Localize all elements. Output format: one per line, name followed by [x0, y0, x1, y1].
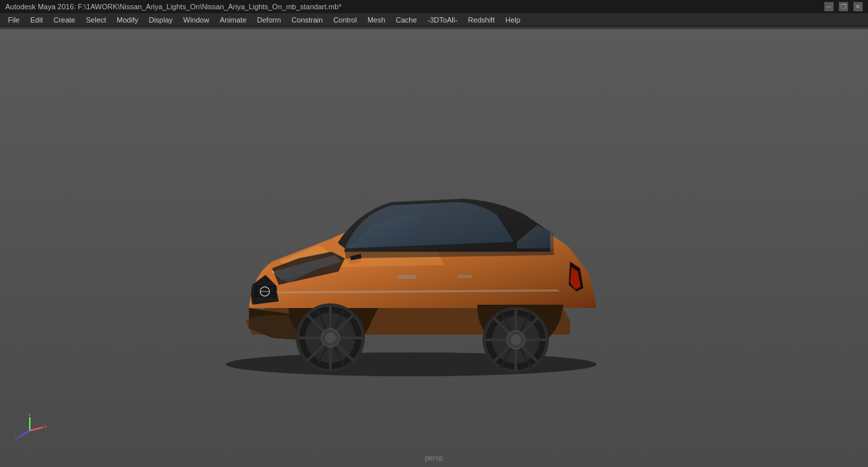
content-row: ↖ ✛ ↻ ⤡ ⊙ ▪ ╱ ◻ M View Shading Lighting … — [0, 82, 868, 467]
menu-create[interactable]: Create — [48, 15, 81, 25]
menu-window[interactable]: Window — [178, 15, 215, 25]
menu-constrain[interactable]: Constrain — [286, 15, 328, 25]
menu-deform[interactable]: Deform — [252, 15, 286, 25]
car-3d-view — [186, 116, 642, 381]
viewport-label: persp — [425, 454, 444, 462]
svg-text:Y: Y — [28, 414, 32, 417]
svg-point-21 — [325, 333, 336, 343]
menu-control[interactable]: Control — [328, 15, 362, 25]
window-title: Autodesk Maya 2016: F:\1AWORK\Nissan_Ari… — [5, 3, 824, 11]
svg-rect-34 — [458, 275, 472, 278]
menu-file[interactable]: File — [3, 15, 25, 25]
svg-point-32 — [510, 335, 521, 345]
window-controls: ─ ❐ ✕ — [824, 2, 863, 11]
menu-select[interactable]: Select — [81, 15, 112, 25]
svg-rect-33 — [398, 275, 416, 279]
menu-display[interactable]: Display — [144, 15, 178, 25]
menu-modify[interactable]: Modify — [111, 15, 143, 25]
menu-animate[interactable]: Animate — [215, 15, 252, 25]
close-button[interactable]: ✕ — [853, 2, 863, 11]
axis-gizmo: X Y Z — [23, 414, 46, 447]
restore-button[interactable]: ❐ — [839, 2, 848, 11]
svg-line-35 — [30, 427, 43, 431]
menu-help[interactable]: Help — [500, 15, 526, 25]
menu-redshift[interactable]: Redshift — [463, 15, 500, 25]
viewport-canvas[interactable]: persp X Y Z — [23, 82, 642, 467]
svg-line-39 — [23, 431, 30, 437]
svg-text:X: X — [44, 424, 46, 430]
menu-cache[interactable]: Cache — [391, 15, 422, 25]
minimize-button[interactable]: ─ — [824, 2, 834, 11]
menu-bar: File Edit Create Select Modify Display W… — [0, 13, 868, 26]
viewport-section: View Shading Lighting Show Renderer Pane… — [23, 82, 642, 467]
menu-mesh[interactable]: Mesh — [362, 15, 391, 25]
menu-3dtoall[interactable]: -3DToAll- — [422, 15, 463, 25]
title-bar: Autodesk Maya 2016: F:\1AWORK\Nissan_Ari… — [0, 0, 868, 13]
menu-edit[interactable]: Edit — [25, 15, 48, 25]
